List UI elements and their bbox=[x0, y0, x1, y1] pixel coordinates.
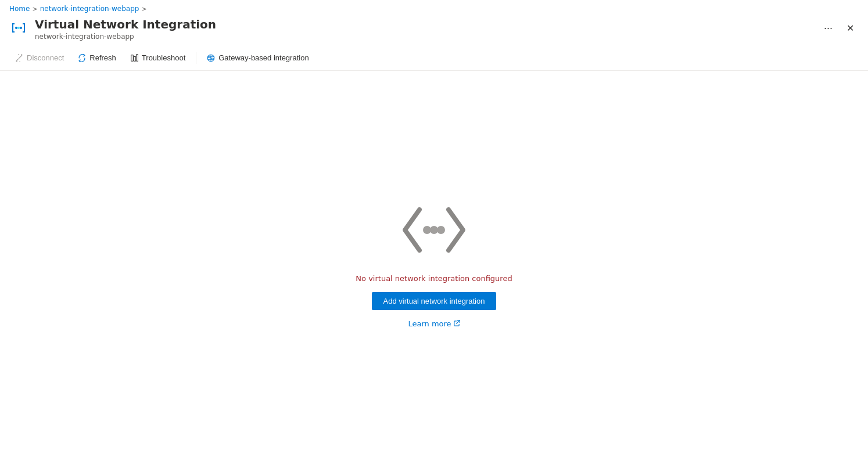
svg-rect-7 bbox=[134, 56, 136, 61]
disconnect-label: Disconnect bbox=[27, 53, 64, 62]
page-subtitle: network-integration-webapp bbox=[35, 33, 216, 41]
svg-line-5 bbox=[16, 55, 23, 61]
main-content: No virtual network integration configure… bbox=[0, 71, 868, 452]
learn-more-label: Learn more bbox=[408, 319, 451, 328]
refresh-button[interactable]: Refresh bbox=[72, 50, 122, 66]
gateway-icon bbox=[207, 54, 215, 62]
svg-marker-0 bbox=[12, 23, 15, 33]
svg-point-3 bbox=[17, 27, 20, 29]
svg-point-13 bbox=[423, 226, 431, 234]
breadcrumb-home[interactable]: Home bbox=[9, 5, 30, 13]
empty-state-message: No virtual network integration configure… bbox=[356, 274, 512, 283]
vnet-page-icon bbox=[9, 19, 28, 37]
add-virtual-network-button[interactable]: Add virtual network integration bbox=[372, 292, 497, 310]
breadcrumb-sep-1: > bbox=[32, 5, 37, 13]
svg-marker-1 bbox=[23, 23, 25, 33]
breadcrumb: Home > network-integration-webapp > bbox=[0, 0, 868, 15]
page-header: Virtual Network Integration network-inte… bbox=[0, 15, 868, 41]
header-text: Virtual Network Integration network-inte… bbox=[35, 17, 216, 41]
toolbar: Disconnect Refresh Troubleshoot bbox=[0, 45, 868, 71]
gateway-integration-label: Gateway-based integration bbox=[218, 53, 309, 62]
troubleshoot-button[interactable]: Troubleshoot bbox=[124, 50, 191, 66]
refresh-icon bbox=[78, 54, 86, 62]
header-left: Virtual Network Integration network-inte… bbox=[9, 17, 216, 41]
empty-state-illustration bbox=[388, 195, 480, 265]
troubleshoot-icon bbox=[130, 54, 138, 62]
learn-more-link[interactable]: Learn more bbox=[408, 319, 460, 328]
close-button[interactable]: ✕ bbox=[842, 20, 859, 36]
gateway-integration-button[interactable]: Gateway-based integration bbox=[201, 50, 314, 66]
breadcrumb-sep-2: > bbox=[141, 5, 146, 13]
refresh-label: Refresh bbox=[89, 53, 116, 62]
header-right: ··· ✕ bbox=[819, 20, 859, 37]
page-title: Virtual Network Integration bbox=[35, 17, 216, 31]
external-link-icon bbox=[454, 320, 460, 328]
close-icon: ✕ bbox=[847, 23, 854, 34]
disconnect-icon bbox=[15, 54, 23, 62]
disconnect-button[interactable]: Disconnect bbox=[9, 50, 70, 66]
svg-point-14 bbox=[430, 226, 438, 234]
more-options-button[interactable]: ··· bbox=[819, 20, 837, 37]
svg-rect-6 bbox=[131, 55, 134, 61]
troubleshoot-label: Troubleshoot bbox=[142, 53, 185, 62]
svg-point-15 bbox=[437, 226, 445, 234]
svg-rect-8 bbox=[136, 54, 138, 60]
toolbar-divider bbox=[196, 52, 196, 64]
breadcrumb-webapp[interactable]: network-integration-webapp bbox=[40, 5, 139, 13]
svg-point-4 bbox=[20, 27, 22, 29]
svg-point-2 bbox=[15, 27, 17, 29]
